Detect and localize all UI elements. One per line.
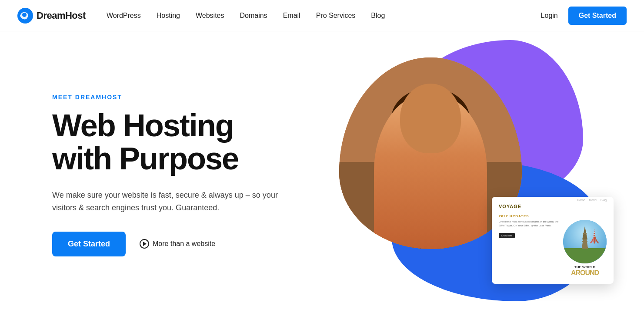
card-site-title: VOYAGE: [499, 204, 521, 209]
hero-title-line1: Web Hosting: [52, 108, 234, 143]
svg-rect-24: [582, 247, 588, 249]
nav-links: WordPress Hosting Websites Domains Email…: [107, 12, 541, 20]
svg-rect-21: [563, 248, 607, 263]
svg-point-4: [374, 153, 487, 249]
svg-rect-17: [420, 238, 441, 249]
more-link-label: More than a website: [153, 240, 215, 248]
card-world-label: THE WORLD: [563, 265, 607, 269]
card-know-more[interactable]: Know More: [499, 233, 515, 238]
svg-rect-16: [415, 240, 446, 249]
svg-point-11: [435, 103, 465, 129]
card-image: [563, 220, 607, 263]
card-scene-svg: [563, 220, 607, 263]
more-than-website-link[interactable]: More than a website: [140, 239, 215, 249]
hero-visual: VOYAGE Home Travel Blog 2022 UPDATES One…: [322, 31, 609, 310]
login-link[interactable]: Login: [541, 12, 558, 20]
card-nav: Home Travel Blog: [577, 199, 607, 202]
nav-link-pro-services[interactable]: Pro Services: [316, 12, 356, 20]
logo-text: DreamHost: [37, 10, 86, 21]
nav-actions: Login Get Started: [541, 7, 627, 25]
card-nav-blog: Blog: [601, 199, 607, 202]
svg-point-8: [385, 112, 420, 155]
hero-content: MEET DREAMHOST Web Hosting with Purpose …: [52, 85, 322, 256]
svg-point-6: [398, 108, 463, 182]
card-header: VOYAGE Home Travel Blog: [499, 204, 607, 210]
nav-link-hosting[interactable]: Hosting: [157, 12, 180, 20]
svg-point-7: [391, 88, 470, 149]
svg-point-14: [371, 177, 420, 249]
svg-point-10: [396, 103, 426, 129]
card-eyebrow: 2022 UPDATES: [499, 214, 607, 218]
card-text-col: One of the most famous landmarks in the …: [499, 220, 559, 277]
card-body: One of the most famous landmarks in the …: [499, 220, 607, 277]
svg-rect-25: [582, 241, 587, 242]
hero-section: MEET DREAMHOST Web Hosting with Purpose …: [0, 31, 644, 310]
card-image-col: THE WORLD AROUND: [563, 220, 607, 277]
card-around-label: AROUND: [563, 269, 607, 277]
hero-title-line2: with Purpose: [52, 141, 238, 176]
svg-point-9: [441, 112, 476, 155]
logo-link[interactable]: DreamHost: [17, 8, 86, 24]
svg-rect-18: [421, 239, 440, 249]
nav-link-websites[interactable]: Websites: [196, 12, 224, 20]
website-card: VOYAGE Home Travel Blog 2022 UPDATES One…: [492, 197, 614, 284]
card-nav-home: Home: [577, 199, 585, 202]
card-nav-travel: Travel: [589, 199, 597, 202]
play-icon: [140, 239, 149, 249]
dreamhost-logo-icon: [17, 8, 33, 24]
hero-title: Web Hosting with Purpose: [52, 109, 322, 175]
nav-get-started-button[interactable]: Get Started: [568, 7, 627, 25]
svg-rect-26: [583, 233, 587, 234]
nav-link-domains[interactable]: Domains: [240, 12, 267, 20]
svg-point-1: [22, 13, 27, 17]
svg-rect-5: [422, 158, 439, 179]
card-world-text: THE WORLD AROUND: [563, 265, 607, 277]
hero-description: We make sure your website is fast, secur…: [52, 189, 296, 214]
hero-eyebrow: MEET DREAMHOST: [52, 94, 322, 101]
nav-link-wordpress[interactable]: WordPress: [107, 12, 141, 20]
svg-point-13: [437, 138, 444, 146]
svg-point-15: [440, 177, 490, 249]
nav-link-email[interactable]: Email: [283, 12, 300, 20]
hero-get-started-button[interactable]: Get Started: [52, 232, 126, 256]
hero-actions: Get Started More than a website: [52, 232, 322, 256]
svg-point-12: [417, 138, 424, 146]
navbar: DreamHost WordPress Hosting Websites Dom…: [0, 0, 644, 31]
nav-link-blog[interactable]: Blog: [371, 12, 385, 20]
card-body-text: One of the most famous landmarks in the …: [499, 220, 559, 228]
